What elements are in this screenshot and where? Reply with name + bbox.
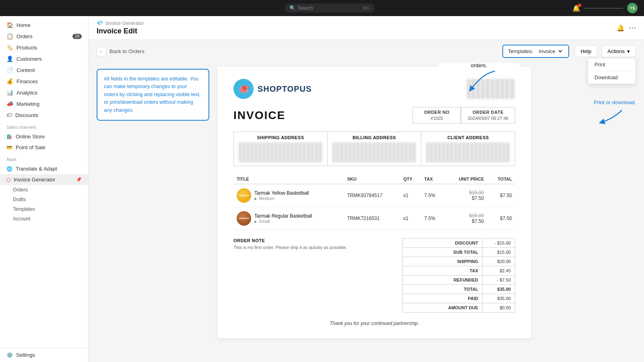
order-date-value: 2024/03/07 09:27:46: [468, 116, 508, 121]
totals-value-subtotal: $15.00: [483, 248, 515, 257]
sidebar-item-marketing[interactable]: 📣 Marketing: [0, 98, 88, 109]
template-select[interactable]: Invoice Quote Receipt: [537, 48, 564, 55]
invoice-meta: ORDER NO #1020 ORDER DATE 2024/03/07 09:…: [413, 107, 515, 123]
header-bell-icon[interactable]: 🔔: [617, 24, 625, 32]
user-avatar[interactable]: YS: [627, 3, 638, 13]
sidebar-footer: ⚙️ Settings: [0, 348, 88, 362]
sidebar-sub-templates-label: Templates: [13, 206, 35, 212]
actions-menu-download[interactable]: Download: [588, 71, 636, 84]
client-address-cell: CLIENT ADDRESS: [421, 132, 515, 166]
client-address-content: [426, 142, 510, 162]
invoice-scroll[interactable]: All fields in the templates are editable…: [89, 63, 644, 362]
col-unit-price: UNIT PRICE: [445, 174, 487, 184]
sidebar-sub-drafts-label: Drafts: [13, 197, 26, 202]
totals-label-refunded: REFUNDED: [403, 276, 483, 284]
sidebar-label-marketing: Marketing: [17, 101, 39, 107]
item2-image: TARMAK: [237, 211, 251, 226]
finances-icon: 💰: [6, 78, 13, 84]
item2-title-cell: TARMAK Tarmak Regular Basketball Small: [233, 207, 344, 230]
actions-dropdown: Actions ▾ Print Download: [601, 45, 636, 57]
actions-menu-print[interactable]: Print: [588, 58, 636, 71]
totals-row-subtotal: SUB TOTAL $15.00: [402, 247, 515, 257]
back-to-orders-button[interactable]: ← Back to Orders: [97, 47, 144, 56]
search-icon: 🔍: [289, 5, 295, 11]
discounts-icon: 🏷: [6, 112, 12, 118]
col-total: TOTAL: [487, 174, 515, 184]
sidebar-item-home[interactable]: 🏠 Home: [0, 19, 88, 31]
sidebar-sub-account[interactable]: Account: [0, 214, 88, 224]
item1-tax: 7.5%: [421, 184, 445, 207]
item2-qty: x1: [400, 207, 421, 230]
help-button[interactable]: Help: [575, 45, 598, 57]
notification-dot: [578, 4, 581, 7]
table-row: TARMAK Tarmak Yellow Basketball Medium: [233, 184, 515, 207]
sidebar-item-translate[interactable]: 🌐 Translate & Adapt: [0, 163, 88, 174]
totals-row-refunded: REFUNDED - $7.50: [402, 275, 515, 284]
invoice-title: INVOICE: [233, 109, 285, 122]
sidebar-sub-drafts[interactable]: Drafts: [0, 195, 88, 204]
address-section: SHIPPING ADDRESS BILLING ADDRESS CLIENT …: [233, 132, 515, 166]
totals-value-discount: - $15.00: [483, 239, 515, 247]
sidebar-label-orders: Orders: [17, 33, 33, 39]
settings-label: Settings: [16, 352, 35, 358]
sidebar-item-orders[interactable]: 📋 Orders 29: [0, 31, 88, 42]
sidebar-label-content: Content: [17, 67, 35, 73]
settings-item[interactable]: ⚙️ Settings: [6, 352, 82, 358]
notification-bell[interactable]: 🔔: [572, 4, 580, 12]
sidebar-item-products[interactable]: 🏷️ Products: [0, 42, 88, 53]
sidebar: 🏠 Home 📋 Orders 29 🏷️ Products 👤 Custome…: [0, 16, 89, 362]
search-shortcut: ⌘K: [363, 6, 370, 11]
sidebar-item-content[interactable]: 📄 Content: [0, 64, 88, 76]
template-selector[interactable]: Templates: Invoice Quote Receipt: [502, 45, 569, 58]
customers-icon: 👤: [6, 56, 13, 62]
item1-image: TARMAK: [237, 188, 251, 203]
sidebar-item-customers[interactable]: 👤 Customers: [0, 53, 88, 64]
col-tax: TAX: [421, 174, 445, 184]
sidebar-sub-orders[interactable]: Orders: [0, 185, 88, 195]
analytics-icon: 📊: [6, 89, 13, 96]
table-row: TARMAK Tarmak Regular Basketball Small: [233, 207, 515, 230]
sidebar-label-analytics: Analytics: [17, 90, 37, 96]
order-no-cell: ORDER NO #1020: [413, 107, 461, 123]
line-items-table: TITLE SKU QTY TAX UNIT PRICE TOTAL: [233, 174, 515, 230]
item1-dot: [254, 198, 256, 200]
sidebar-item-invoice-generator[interactable]: ⬡ Invoice Generator 📌: [0, 174, 88, 185]
item2-unit-price: $15.00 $7.50: [445, 207, 487, 230]
table-header-row: TITLE SKU QTY TAX UNIT PRICE TOTAL: [233, 174, 515, 184]
search-bar[interactable]: 🔍 Search ⌘K: [285, 4, 374, 12]
totals-value-total: $35.00: [483, 285, 515, 294]
content-icon: 📄: [6, 67, 13, 73]
totals-value-shipping: $20.00: [483, 257, 515, 266]
sidebar-sub-templates[interactable]: Templates: [0, 204, 88, 214]
actions-button[interactable]: Actions ▾: [601, 45, 636, 57]
sidebar-label-home: Home: [17, 22, 31, 28]
item2-dot: [254, 221, 256, 223]
translate-icon: 🌐: [6, 166, 12, 172]
thank-you-text: Thank you for your continued partnership…: [233, 321, 515, 326]
sidebar-item-online-store[interactable]: 🛍️ Online Store: [0, 131, 88, 142]
totals-value-tax: $2.45: [483, 266, 515, 275]
sidebar-label-products: Products: [17, 45, 37, 51]
totals-label-paid: PAID: [403, 294, 483, 303]
invoice-title-row: INVOICE ORDER NO #1020 ORDER DATE 2024/0…: [233, 107, 515, 123]
topbar: 🔍 Search ⌘K 🔔 ———————— YS: [0, 0, 644, 16]
col-sku: SKU: [344, 174, 400, 184]
back-label: Back to Orders: [109, 48, 144, 54]
sidebar-item-pos[interactable]: 💳 Point of Sale: [0, 142, 88, 153]
item1-sku: TRMK93784517: [344, 184, 400, 207]
totals-value-refunded: - $7.50: [483, 276, 515, 284]
sidebar-label-customers: Customers: [17, 56, 42, 62]
sidebar-item-discounts[interactable]: 🏷 Discounts: [0, 109, 88, 121]
order-note-text: This is my first order. Please ship it a…: [233, 245, 390, 250]
shipping-address-cell: SHIPPING ADDRESS: [233, 132, 328, 166]
logo-text: SHOPTOPUS: [258, 84, 312, 94]
item2-name: Tarmak Regular Basketball: [254, 213, 312, 219]
sidebar-item-analytics[interactable]: 📊 Analytics: [0, 87, 88, 98]
item1-qty: x1: [400, 184, 421, 207]
item1-title-cell: TARMAK Tarmak Yellow Basketball Medium: [233, 184, 344, 207]
totals-value-paid: $35.00: [483, 294, 515, 303]
sidebar-item-finances[interactable]: 💰 Finances: [0, 76, 88, 87]
totals-label-subtotal: SUB TOTAL: [403, 248, 483, 257]
header-more-icon[interactable]: ⋯: [629, 23, 636, 32]
breadcrumb-gem-icon: 💎: [97, 20, 103, 26]
